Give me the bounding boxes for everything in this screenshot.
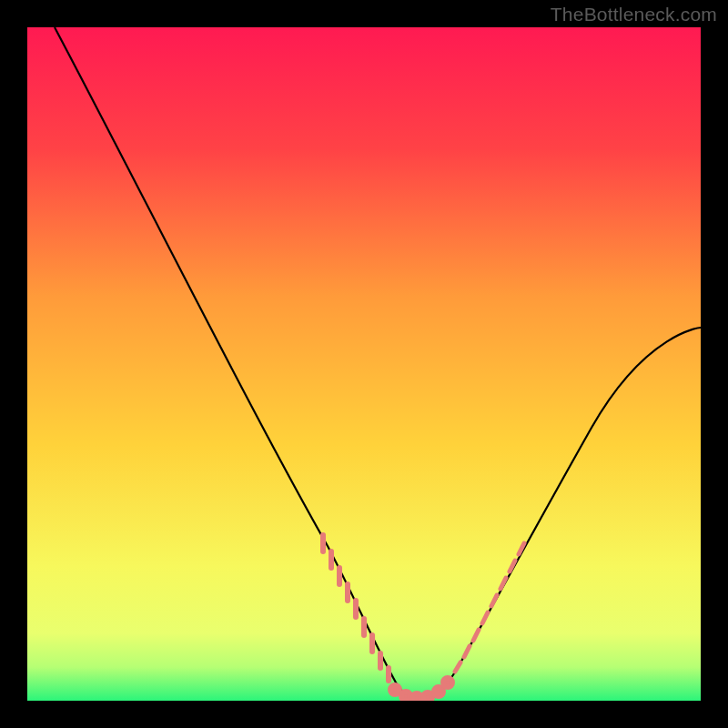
svg-point-14 xyxy=(443,678,452,687)
plot-area xyxy=(27,27,701,701)
svg-point-12 xyxy=(423,693,432,701)
chart-container: TheBottleneck.com xyxy=(0,0,728,728)
watermark-text: TheBottleneck.com xyxy=(551,4,717,25)
svg-point-10 xyxy=(401,692,410,701)
gradient-background xyxy=(27,27,701,701)
chart-svg xyxy=(27,27,701,701)
svg-point-13 xyxy=(434,687,443,696)
svg-point-9 xyxy=(390,685,399,694)
svg-point-11 xyxy=(412,693,421,701)
